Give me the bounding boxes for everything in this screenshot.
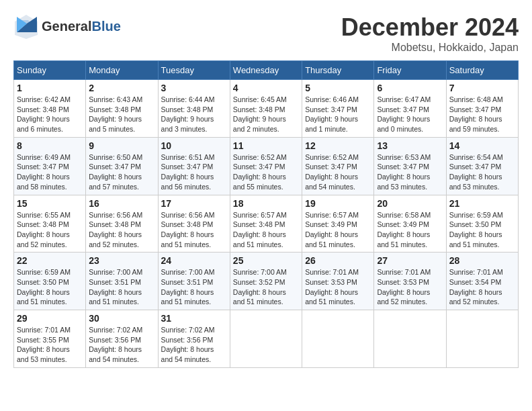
day-number: 8: [17, 140, 83, 151]
calendar-cell: 9Sunrise: 6:50 AMSunset: 3:47 PMDaylight…: [86, 137, 158, 195]
month-title: December 2024: [341, 13, 519, 42]
day-number: 31: [161, 313, 227, 324]
day-number: 11: [233, 140, 299, 151]
day-info: Sunrise: 7:01 AMSunset: 3:55 PMDaylight:…: [17, 325, 83, 365]
page-header: GeneralBlue December 2024 Mobetsu, Hokka…: [13, 13, 519, 54]
day-number: 22: [17, 255, 83, 266]
day-info: Sunrise: 6:42 AMSunset: 3:48 PMDaylight:…: [17, 95, 83, 134]
day-info: Sunrise: 7:02 AMSunset: 3:56 PMDaylight:…: [89, 325, 154, 365]
calendar-cell: [302, 310, 374, 368]
calendar-cell: 19Sunrise: 6:57 AMSunset: 3:49 PMDayligh…: [302, 195, 374, 253]
calendar-cell: 15Sunrise: 6:55 AMSunset: 3:48 PMDayligh…: [14, 195, 86, 253]
calendar-header-row: SundayMondayTuesdayWednesdayThursdayFrid…: [14, 61, 519, 80]
calendar-cell: 24Sunrise: 7:00 AMSunset: 3:51 PMDayligh…: [158, 253, 230, 310]
day-info: Sunrise: 6:47 AMSunset: 3:47 PMDaylight:…: [377, 95, 443, 134]
calendar-week-row: 29Sunrise: 7:01 AMSunset: 3:55 PMDayligh…: [14, 310, 519, 368]
calendar-week-row: 15Sunrise: 6:55 AMSunset: 3:48 PMDayligh…: [14, 195, 519, 253]
day-info: Sunrise: 6:59 AMSunset: 3:50 PMDaylight:…: [17, 267, 83, 307]
day-info: Sunrise: 6:53 AMSunset: 3:47 PMDaylight:…: [377, 152, 443, 192]
calendar-cell: 5Sunrise: 6:46 AMSunset: 3:47 PMDaylight…: [302, 80, 374, 138]
day-number: 25: [233, 255, 299, 266]
day-info: Sunrise: 6:49 AMSunset: 3:47 PMDaylight:…: [17, 152, 83, 192]
day-number: 27: [377, 255, 443, 266]
calendar-cell: 2Sunrise: 6:43 AMSunset: 3:48 PMDaylight…: [86, 80, 158, 138]
calendar-cell: 1Sunrise: 6:42 AMSunset: 3:48 PMDaylight…: [14, 80, 86, 138]
calendar-cell: 30Sunrise: 7:02 AMSunset: 3:56 PMDayligh…: [86, 310, 158, 368]
calendar-cell: 17Sunrise: 6:56 AMSunset: 3:48 PMDayligh…: [158, 195, 230, 253]
calendar-table: SundayMondayTuesdayWednesdayThursdayFrid…: [13, 60, 519, 368]
day-number: 26: [305, 255, 371, 266]
day-info: Sunrise: 6:52 AMSunset: 3:47 PMDaylight:…: [305, 152, 371, 192]
day-info: Sunrise: 7:01 AMSunset: 3:53 PMDaylight:…: [305, 267, 371, 307]
day-number: 15: [17, 198, 83, 209]
day-info: Sunrise: 7:00 AMSunset: 3:52 PMDaylight:…: [233, 267, 299, 307]
day-number: 1: [17, 83, 83, 93]
logo-text-blue: Blue: [91, 19, 120, 34]
col-header-sunday: Sunday: [14, 61, 86, 80]
day-info: Sunrise: 7:00 AMSunset: 3:51 PMDaylight:…: [161, 267, 227, 307]
day-number: 30: [89, 313, 154, 324]
calendar-cell: 20Sunrise: 6:58 AMSunset: 3:49 PMDayligh…: [374, 195, 446, 253]
logo-icon: [13, 13, 39, 39]
day-number: 6: [377, 83, 443, 93]
day-number: 9: [89, 140, 154, 151]
calendar-cell: 6Sunrise: 6:47 AMSunset: 3:47 PMDaylight…: [374, 80, 446, 138]
calendar-cell: 14Sunrise: 6:54 AMSunset: 3:47 PMDayligh…: [446, 137, 518, 195]
col-header-friday: Friday: [374, 61, 446, 80]
day-number: 2: [89, 83, 154, 93]
logo-text-general: General: [42, 19, 91, 34]
day-info: Sunrise: 6:48 AMSunset: 3:47 PMDaylight:…: [449, 95, 515, 134]
day-info: Sunrise: 6:45 AMSunset: 3:48 PMDaylight:…: [233, 95, 299, 134]
day-number: 28: [449, 255, 515, 266]
day-number: 14: [449, 140, 515, 151]
day-number: 7: [449, 83, 515, 93]
calendar-cell: 27Sunrise: 7:01 AMSunset: 3:53 PMDayligh…: [374, 253, 446, 310]
day-info: Sunrise: 6:46 AMSunset: 3:47 PMDaylight:…: [305, 95, 371, 134]
day-info: Sunrise: 6:57 AMSunset: 3:48 PMDaylight:…: [233, 210, 299, 250]
day-info: Sunrise: 7:02 AMSunset: 3:56 PMDaylight:…: [161, 325, 227, 365]
calendar-cell: 25Sunrise: 7:00 AMSunset: 3:52 PMDayligh…: [230, 253, 302, 310]
day-number: 20: [377, 198, 443, 209]
day-info: Sunrise: 6:50 AMSunset: 3:47 PMDaylight:…: [89, 152, 154, 192]
calendar-cell: 13Sunrise: 6:53 AMSunset: 3:47 PMDayligh…: [374, 137, 446, 195]
calendar-cell: [446, 310, 518, 368]
day-number: 23: [89, 255, 154, 266]
day-info: Sunrise: 7:00 AMSunset: 3:51 PMDaylight:…: [89, 267, 154, 307]
col-header-thursday: Thursday: [302, 61, 374, 80]
calendar-cell: 22Sunrise: 6:59 AMSunset: 3:50 PMDayligh…: [14, 253, 86, 310]
calendar-cell: 26Sunrise: 7:01 AMSunset: 3:53 PMDayligh…: [302, 253, 374, 310]
day-info: Sunrise: 7:01 AMSunset: 3:53 PMDaylight:…: [377, 267, 443, 307]
calendar-cell: [374, 310, 446, 368]
calendar-week-row: 1Sunrise: 6:42 AMSunset: 3:48 PMDaylight…: [14, 80, 519, 138]
day-number: 5: [305, 83, 371, 93]
day-info: Sunrise: 6:54 AMSunset: 3:47 PMDaylight:…: [449, 152, 515, 192]
calendar-cell: 29Sunrise: 7:01 AMSunset: 3:55 PMDayligh…: [14, 310, 86, 368]
calendar-cell: 3Sunrise: 6:44 AMSunset: 3:48 PMDaylight…: [158, 80, 230, 138]
col-header-saturday: Saturday: [446, 61, 518, 80]
day-number: 10: [161, 140, 227, 151]
day-info: Sunrise: 6:44 AMSunset: 3:48 PMDaylight:…: [161, 95, 227, 134]
day-number: 13: [377, 140, 443, 151]
col-header-tuesday: Tuesday: [158, 61, 230, 80]
calendar-cell: 7Sunrise: 6:48 AMSunset: 3:47 PMDaylight…: [446, 80, 518, 138]
day-info: Sunrise: 6:51 AMSunset: 3:47 PMDaylight:…: [161, 152, 227, 192]
calendar-cell: [230, 310, 302, 368]
day-info: Sunrise: 6:43 AMSunset: 3:48 PMDaylight:…: [89, 95, 154, 134]
calendar-cell: 21Sunrise: 6:59 AMSunset: 3:50 PMDayligh…: [446, 195, 518, 253]
calendar-cell: 10Sunrise: 6:51 AMSunset: 3:47 PMDayligh…: [158, 137, 230, 195]
calendar-cell: 31Sunrise: 7:02 AMSunset: 3:56 PMDayligh…: [158, 310, 230, 368]
day-number: 12: [305, 140, 371, 151]
day-number: 19: [305, 198, 371, 209]
day-info: Sunrise: 6:57 AMSunset: 3:49 PMDaylight:…: [305, 210, 371, 250]
day-number: 16: [89, 198, 154, 209]
day-number: 21: [449, 198, 515, 209]
day-info: Sunrise: 6:56 AMSunset: 3:48 PMDaylight:…: [89, 210, 154, 250]
day-number: 17: [161, 198, 227, 209]
day-number: 29: [17, 313, 83, 324]
calendar-cell: 16Sunrise: 6:56 AMSunset: 3:48 PMDayligh…: [86, 195, 158, 253]
calendar-week-row: 8Sunrise: 6:49 AMSunset: 3:47 PMDaylight…: [14, 137, 519, 195]
day-info: Sunrise: 6:58 AMSunset: 3:49 PMDaylight:…: [377, 210, 443, 250]
day-number: 4: [233, 83, 299, 93]
day-info: Sunrise: 6:52 AMSunset: 3:47 PMDaylight:…: [233, 152, 299, 192]
calendar-cell: 18Sunrise: 6:57 AMSunset: 3:48 PMDayligh…: [230, 195, 302, 253]
